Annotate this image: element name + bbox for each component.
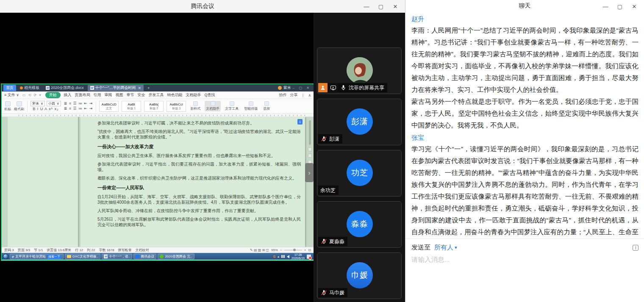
participant-tile[interactable]: 淼淼 夏淼淼 — [317, 201, 402, 248]
smart-format-icon — [249, 101, 253, 106]
ribbon-divider — [96, 101, 96, 112]
minimize-icon[interactable]: — — [359, 0, 374, 13]
person-icon — [320, 85, 325, 90]
wps-tab-home: 首页 — [3, 85, 16, 91]
align-icons: ≣ ≡ ☰ ≔ ⇤ ⇥ — [64, 101, 93, 106]
wps-menu-review: 审阅 — [105, 92, 112, 98]
wps-share: 分享 — [290, 92, 297, 98]
new-style-icon — [193, 101, 198, 106]
font-format-icons: B I U A xˢ x₂ — [33, 107, 58, 111]
doc-scrollbar — [309, 120, 311, 145]
collapse-panel-handle[interactable]: › — [305, 163, 314, 182]
close-icon[interactable]: ✕ — [388, 0, 402, 13]
doc-assistant-tool: 文档助手 — [205, 101, 221, 111]
wps-doc-icon: W — [104, 255, 108, 258]
minimize-icon[interactable]: — — [598, 0, 613, 13]
participants-panel: 沈菲的屏幕共享 彭潇 彭潇 — [314, 13, 405, 302]
screen-share-icon — [330, 86, 336, 90]
chat-titlebar[interactable]: 聊天 — ▢ ✕ — [405, 0, 644, 12]
chat-message-list[interactable]: 赵升 李雨：人民网用“十个一”总结了习近平的两会时间，令我印象最深的是“蒙古马精… — [405, 12, 644, 238]
taskbar-item-folder: DXC文化学模板.. — [65, 254, 100, 259]
popout-chat-icon[interactable] — [633, 245, 638, 251]
mic-muted-icon — [320, 289, 327, 296]
wps-quick-icons: ▭ ⟲ ⟳ ▾ — [22, 93, 42, 97]
list-icons: ≣ ≡ ☰ ≔ ⇤ ⇥ — [64, 106, 93, 111]
screen-share-badge — [328, 83, 338, 92]
font-size-select: 小四∨ — [47, 101, 61, 106]
status-page-total: 页面 3/3 — [18, 248, 30, 252]
wps-menu-find: Q查找 — [205, 92, 215, 98]
taskbar-item-wps: W 十个“一”，读.. — [102, 254, 132, 259]
format-painter-icon — [17, 101, 22, 106]
ribbon-divider — [27, 101, 28, 112]
format-painter-button: 格式刷 — [14, 101, 24, 111]
select-icon — [264, 101, 269, 106]
smart-format-tool: 智能排版 — [243, 101, 259, 111]
more-icon: ⋮ — [301, 93, 305, 97]
participant-tile[interactable]: 巾媛 马巾媛 — [317, 252, 402, 299]
ie-icon: e — [12, 255, 14, 259]
doc-paragraph: 参加湖北代表团审议时，习近平指出，我们要正视存在的问题，加大改革力度，抓紧补短板… — [97, 161, 301, 172]
chat-footer: 发送至 所有人 ▾ — [405, 238, 644, 302]
green-app-icon — [160, 255, 164, 258]
mic-on-icon — [340, 84, 347, 91]
wps-ruler — [2, 114, 314, 117]
maximize-icon[interactable]: ▢ — [374, 0, 388, 13]
wps-menu-section: 章节 — [127, 92, 134, 98]
wps-doc-icon: W — [90, 86, 94, 90]
meeting-titlebar[interactable]: 腾讯会议 — ▢ ✕ — [0, 0, 405, 13]
wps-menu-security: 安全 — [138, 92, 145, 98]
wps-menu-layout: 页面布局 — [75, 92, 90, 98]
wps-user: 紫米 – ▢ ✕ — [278, 85, 314, 91]
message-text: 学习完《十个“一”，读懂习近平的两会时间》，我印象最深刻的是，习总书记在参加内蒙… — [411, 143, 638, 238]
tray-expand-icon: ▴ — [278, 255, 279, 258]
mic-muted-icon — [320, 136, 327, 142]
folder-icon — [67, 255, 71, 258]
text-tool: 文字工具 — [224, 101, 240, 111]
participant-tile[interactable]: 功芝 余功芝 — [317, 150, 402, 197]
docer-icon — [20, 86, 23, 89]
participant-tile[interactable]: 彭潇 彭潇 — [317, 99, 402, 145]
style-chip-h3: AaBbCcI 标题 3 — [167, 101, 186, 112]
taskbar-item-ie: e 太平洋水十哈尔滨站 搜索一下 — [10, 254, 64, 259]
meeting-body: 首页 稻壳模板 W 2020全国两会.docx W 十个“一”…平的两会时间 — [0, 13, 405, 302]
paste-button: 粘贴 — [4, 101, 11, 111]
meeting-window: 腾讯会议 — ▢ ✕ 首页 稻壳模板 W — [0, 0, 405, 302]
caret-down-icon: ▾ — [455, 245, 457, 250]
new-style-tool: 新样式 — [189, 101, 202, 111]
send-to-dropdown[interactable]: 所有人 ▾ — [434, 244, 457, 252]
close-icon[interactable]: ✕ — [627, 0, 641, 13]
participant-label: 马巾媛 — [318, 288, 347, 297]
chat-message-input[interactable] — [411, 256, 638, 263]
doc-paragraph: 5月26日，习近平在出席解放军和武警部队代表团全体会议时指出，实践再次证明，人民… — [97, 216, 301, 227]
status-setting: 设置值 13.6厘米 — [47, 248, 71, 252]
wps-menu-assistant: 文档助手 — [186, 92, 201, 98]
participant-label: 余功芝 — [318, 186, 339, 195]
text-tool-icon — [230, 101, 234, 106]
participant-label: 彭潇 — [318, 134, 342, 144]
desktop-stage: 腾讯会议 — ▢ ✕ 首页 稻壳模板 W — [0, 0, 644, 302]
participant-tile-screenshare[interactable]: 沈菲的屏幕共享 — [317, 47, 402, 94]
maximize-icon[interactable]: ▢ — [613, 0, 627, 13]
participant-name: 彭潇 — [329, 136, 339, 143]
side-tool-icon — [308, 147, 312, 151]
chevron-right-icon: › — [308, 169, 311, 176]
zoom-out-icon: − — [280, 248, 282, 252]
doc-assistant-icon — [211, 101, 215, 106]
chat-window-controls: — ▢ ✕ — [598, 0, 641, 13]
status-page-num: 页码 3 — [4, 248, 14, 252]
participant-name: 沈菲的屏幕共享 — [349, 84, 384, 91]
wps-menu-right: 协作 分享 ⋮ ∧ — [279, 92, 311, 98]
wps-collab: 协作 — [279, 92, 286, 98]
wps-avatar — [278, 86, 282, 90]
wps-document-area: 1 参加湖北代表团审议时，习近平叮嘱，决不能让来之不易的疫情防控成果前功尽弃。 … — [2, 117, 314, 247]
style-chip-h1: AaBt 标题 1 — [122, 101, 141, 112]
document-page-3: 1 参加湖北代表团审议时，习近平叮嘱，决不能让来之不易的疫情防控成果前功尽弃。 … — [80, 117, 305, 247]
zoom-in-icon: + — [304, 248, 306, 252]
wps-tab-doc2-active: W 十个“一”…平的两会时间 ✕ — [88, 85, 144, 91]
paragraph-controls: ≣ ≡ ☰ ≔ ⇤ ⇥ ≣ ≡ ☰ ≔ ⇤ ⇥ — [64, 101, 93, 111]
fit-page-icon: ⊡ — [308, 248, 311, 252]
meeting-title: 腾讯会议 — [191, 3, 214, 10]
taskbar-item-doc2: 2020全国两会 完.. — [158, 254, 194, 259]
status-section: 节 1/1 — [34, 248, 43, 252]
